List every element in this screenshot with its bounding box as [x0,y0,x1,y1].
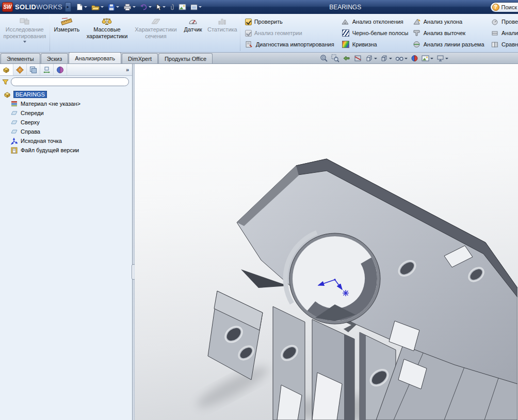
filter-box[interactable] [11,77,129,86]
measure-icon [60,17,73,26]
section-properties-button[interactable]: Характеристики сечения [132,14,181,52]
dimxpert-manager-tab[interactable] [40,64,54,75]
display-manager-tab[interactable] [54,64,67,75]
origin-icon [10,138,18,144]
configuration-manager-tab[interactable] [27,64,40,75]
search-box[interactable]: Поиск [490,2,518,12]
command-tab-bar: Элементы Эскиз Анализировать DimXpert Пр… [0,53,518,64]
view-list-button[interactable] [189,4,203,11]
feature-tree: BEARINGS Материал <не указан> Спереди Св… [0,87,132,420]
manager-tab-strip [0,64,132,76]
tree-item-origin[interactable]: Исходная точка [0,136,132,146]
import-diagnostics-button[interactable]: Диагностика импортирования [245,40,337,49]
deviation-analysis-icon [342,18,350,26]
clipped-group: Прове Анали Сравн [487,14,518,52]
thickness-analysis-button[interactable]: Анали [491,28,517,38]
separator [50,15,50,51]
open-button[interactable] [90,3,105,11]
tree-item-material[interactable]: Материал <не указан> [0,99,132,108]
plane-icon [10,110,18,116]
select-button[interactable] [155,3,167,11]
new-document-button[interactable] [75,3,88,11]
tree-item-future-version[interactable]: Файл будущей версии [0,146,132,155]
tab-strip-spacer [67,64,123,75]
tab-office-products[interactable]: Продукты Office [158,53,213,63]
view-orientation-icon[interactable] [364,54,378,63]
filter-row [0,76,132,87]
curvature-button[interactable]: Кривизна [342,40,408,49]
feature-manager-tab[interactable] [0,64,13,75]
statistics-button[interactable]: Статистика [206,14,239,52]
tree-item-top-plane[interactable]: Сверху [0,118,132,127]
check-group: Проверить Анализ геометрии Диагностика и… [241,14,338,52]
geometry-analysis-button[interactable]: Анализ геометрии [245,28,337,38]
print-button[interactable] [122,3,137,11]
graphics-area[interactable] [135,64,518,420]
heads-up-view-toolbar [319,54,449,63]
save-button[interactable] [107,3,120,11]
mass-properties-button[interactable]: Массовые характеристики [83,14,132,52]
thickness-analysis-icon [491,29,499,37]
help-icon[interactable] [492,4,499,11]
check-entity-icon [491,18,499,26]
parting-line-analysis-icon [413,40,421,49]
import-diagnostics-icon [245,40,253,49]
view-settings-icon[interactable] [435,54,449,63]
main-area: BEARINGS Материал <не указан> Спереди Св… [0,64,518,420]
check-button[interactable]: Проверить [245,17,337,26]
tab-features[interactable]: Элементы [1,53,40,63]
parting-line-analysis-button[interactable]: Анализ линии разъема [413,40,486,49]
future-version-icon [10,147,18,154]
deviation-analysis-button[interactable]: Анализ отклонения [342,17,408,26]
tab-dimxpert[interactable]: DimXpert [122,53,158,63]
undo-button[interactable] [139,3,153,11]
compare-documents-button[interactable]: Сравн [491,40,517,49]
tree-item-front-plane[interactable]: Спереди [0,108,132,118]
check-checkbox-icon [245,19,252,25]
standard-toolbar [75,3,203,11]
sensor-button[interactable]: Датчик [180,14,206,52]
mass-properties-icon [102,17,112,26]
check-entity-button[interactable]: Прове [491,17,517,26]
tree-item-right-plane[interactable]: Справа [0,127,132,136]
document-title: BEARINGS [203,4,488,11]
menu-expand-arrow-icon[interactable] [65,2,71,12]
curvature-icon [342,40,350,49]
zebra-stripes-button[interactable]: Черно-белые полосы [342,28,408,38]
feature-manager-panel: BEARINGS Материал <не указан> Спереди Св… [0,64,133,420]
previous-view-icon[interactable] [342,54,352,63]
search-label: Поиск [501,4,517,10]
apply-scene-icon[interactable] [420,54,434,63]
design-study-icon [19,17,30,26]
tab-sketch[interactable]: Эскиз [41,53,68,63]
panel-chevron-icon[interactable] [123,64,132,75]
zoom-area-icon[interactable] [330,54,341,63]
section-view-icon[interactable] [353,54,363,63]
hide-show-items-icon[interactable] [394,54,409,63]
tree-root-part[interactable]: BEARINGS [0,90,132,99]
draft-analysis-icon [413,18,421,26]
zebra-stripes-icon [342,29,350,37]
section-properties-icon [150,17,161,26]
edit-appearance-icon[interactable] [410,54,419,63]
draft-analysis-button[interactable]: Анализ уклона [413,17,486,26]
plane-icon [10,128,18,135]
geometry-analysis-checkbox-icon [245,30,252,37]
tab-evaluate[interactable]: Анализировать [69,52,121,63]
solidworks-logo-icon: SW [2,2,13,12]
measure-button[interactable]: Измерить [51,14,83,52]
zoom-fit-icon[interactable] [319,54,329,63]
undercut-analysis-icon [413,29,421,37]
display-style-icon[interactable] [379,54,393,63]
separator [240,15,240,51]
draft-analysis-group: Анализ уклона Анализ выточек Анализ лини… [409,14,487,52]
undercut-analysis-button[interactable]: Анализ выточек [413,28,486,38]
attach-button[interactable] [169,3,175,11]
image-properties-button[interactable] [177,3,187,11]
filter-input[interactable] [15,78,124,86]
property-manager-tab[interactable] [13,64,27,75]
bearing-part-model [135,64,517,420]
filter-funnel-icon [2,79,9,85]
sensor-icon [188,17,198,26]
design-study-button[interactable]: Исследование проектирования [1,14,48,52]
